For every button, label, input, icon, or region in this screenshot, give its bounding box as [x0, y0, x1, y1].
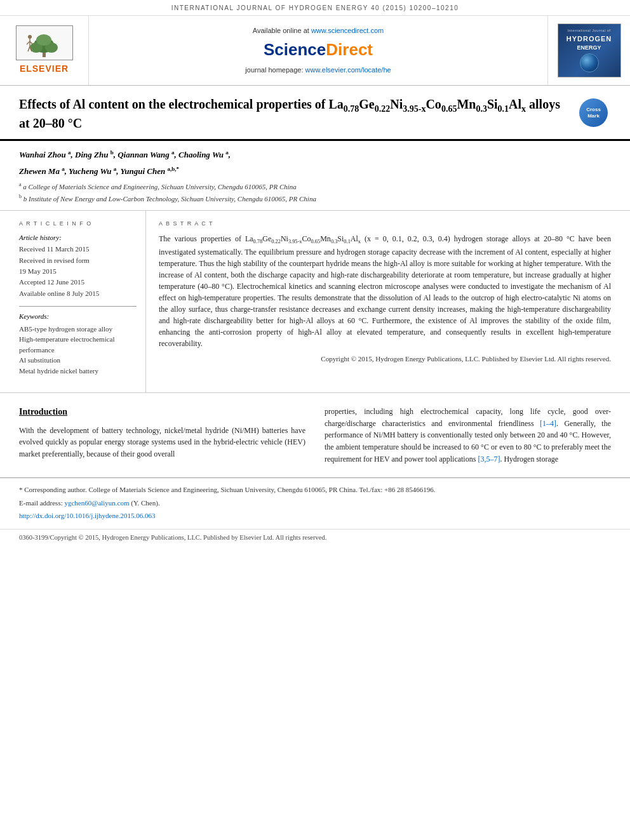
info-divider [19, 306, 137, 307]
available-online-text: Available online at www.sciencedirect.co… [253, 26, 384, 36]
keyword-3: performance [19, 345, 137, 356]
bottom-copyright: 0360-3199/Copyright © 2015, Hydrogen Ene… [19, 534, 326, 541]
article-info-abstract: A R T I C L E I N F O Article history: R… [0, 211, 630, 393]
keywords-block: Keywords: AB5-type hydrogen storage allo… [19, 312, 137, 376]
author-email[interactable]: ygchen60@aliyun.com [64, 499, 129, 507]
keyword-2: High-temperature electrochemical [19, 334, 137, 345]
article-history-block: Article history: Received 11 March 2015 … [19, 233, 137, 298]
keyword-1: AB5-type hydrogen storage alloy [19, 324, 137, 335]
abstract-copyright: Copyright © 2015, Hydrogen Energy Public… [159, 354, 611, 364]
footnote-section: * Corresponding author. College of Mater… [0, 477, 630, 529]
cover-hydrogen-text: HYDROGEN [566, 34, 612, 44]
elsevier-logo-section: ELSEVIER [0, 16, 89, 85]
sciencedirect-url[interactable]: www.sciencedirect.com [311, 27, 384, 34]
revised-form-label: Received in revised form [19, 256, 137, 265]
authors-line-2: Zhewen Ma a, Yucheng Wu a, Yungui Chen a… [19, 165, 611, 178]
keywords-label: Keywords: [19, 312, 137, 321]
journal-citation: INTERNATIONAL JOURNAL OF HYDROGEN ENERGY… [171, 4, 459, 11]
email-note: E-mail address: ygchen60@aliyun.com (Y. … [19, 498, 611, 509]
introduction-left-column: Introduction With the development of bat… [19, 406, 305, 465]
journal-header-bar: INTERNATIONAL JOURNAL OF HYDROGEN ENERGY… [0, 0, 630, 16]
doi-note: http://dx.doi.org/10.1016/j.ijhydene.201… [19, 510, 611, 522]
keyword-4: Al substitution [19, 355, 137, 366]
journal-homepage-text: journal homepage: www.elsevier.com/locat… [245, 65, 391, 75]
journal-cover-section: International Journal of HYDROGEN ENERGY [547, 16, 630, 85]
crossmark-badge[interactable]: CrossMark [579, 98, 611, 130]
ref-3-5-7[interactable]: [3,5–7] [478, 455, 500, 463]
article-title: Effects of Al content on the electrochem… [19, 96, 579, 131]
crossmark-icon: CrossMark [579, 98, 608, 127]
introduction-right-column: properties, including high electrochemic… [325, 406, 611, 465]
introduction-left-text: With the development of battery technolo… [19, 425, 305, 460]
introduction-heading: Introduction [19, 406, 305, 418]
cover-energy-text: ENERGY [577, 44, 601, 52]
journal-cover-image: International Journal of HYDROGEN ENERGY [558, 23, 621, 77]
sciencedirect-logo: ScienceDirect [264, 38, 373, 61]
introduction-section: Introduction With the development of bat… [0, 393, 630, 477]
journal-homepage-url[interactable]: www.elsevier.com/locate/he [305, 66, 391, 74]
ref-1-4[interactable]: [1–4] [540, 419, 556, 428]
corresponding-author-note: * Corresponding author. College of Mater… [19, 484, 611, 496]
article-info-title: A R T I C L E I N F O [19, 220, 137, 228]
received-date: Received 11 March 2015 [19, 244, 137, 254]
article-title-section: Effects of Al content on the electrochem… [0, 86, 630, 141]
revised-date: 19 May 2015 [19, 267, 137, 276]
keyword-5: Metal hydride nickel battery [19, 366, 137, 377]
elsevier-tree-image [16, 25, 73, 60]
svg-point-4 [36, 34, 51, 46]
cover-globe-graphic [580, 53, 599, 72]
elsevier-wordmark: ELSEVIER [20, 63, 69, 76]
keywords-list: AB5-type hydrogen storage alloy High-tem… [19, 324, 137, 377]
authors-section: Wanhai Zhou a, Ding Zhu b, Qiannan Wang … [0, 141, 630, 211]
abstract-title: A B S T R A C T [159, 220, 611, 228]
cover-intl-text: International Journal of [568, 29, 611, 34]
doi-link[interactable]: http://dx.doi.org/10.1016/j.ijhydene.201… [19, 512, 156, 519]
svg-point-5 [28, 35, 32, 39]
journal-header: ELSEVIER Available online at www.science… [0, 16, 630, 86]
abstract-section: A B S T R A C T The various properties o… [146, 211, 611, 392]
authors-line-1: Wanhai Zhou a, Ding Zhu b, Qiannan Wang … [19, 149, 611, 161]
article-history-label: Article history: [19, 233, 137, 243]
available-online-date: Available online 8 July 2015 [19, 289, 137, 298]
introduction-right-text: properties, including high electrochemic… [325, 406, 611, 465]
abstract-text: The various properties of La0.78Ge0.22Ni… [159, 233, 611, 349]
sciencedirect-header: Available online at www.sciencedirect.co… [89, 16, 547, 85]
svg-line-9 [28, 46, 30, 51]
accepted-date: Accepted 12 June 2015 [19, 277, 137, 287]
affiliation-2: b b Institute of New Energy and Low-Carb… [19, 193, 611, 204]
article-info-panel: A R T I C L E I N F O Article history: R… [19, 211, 146, 392]
affiliation-1: a a College of Materials Science and Eng… [19, 181, 611, 192]
bottom-bar: 0360-3199/Copyright © 2015, Hydrogen Ene… [0, 529, 630, 547]
